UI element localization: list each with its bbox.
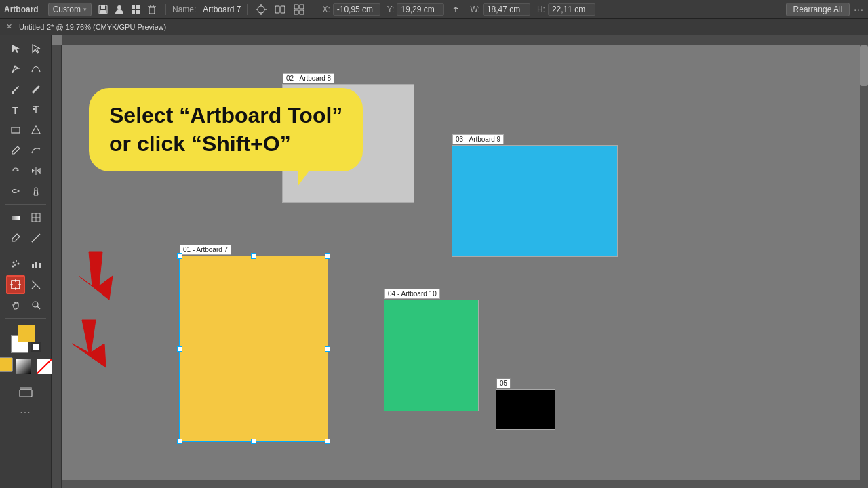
link-icon[interactable]	[448, 3, 463, 16]
left-toolbar: T	[0, 35, 52, 488]
handle-mr[interactable]	[325, 346, 330, 352]
handle-tc[interactable]	[251, 253, 256, 259]
pen-tool[interactable]	[6, 60, 25, 79]
gradient-color-btn[interactable]	[14, 357, 33, 376]
slice-tool[interactable]	[26, 275, 45, 294]
svg-point-31	[35, 188, 37, 190]
svg-point-39	[16, 260, 17, 262]
handle-bc[interactable]	[251, 439, 256, 444]
vertical-scrollbar[interactable]	[860, 45, 868, 488]
libraries-btn[interactable]	[16, 384, 35, 403]
w-label: W:	[470, 5, 479, 14]
svg-point-42	[12, 266, 14, 268]
type-tool[interactable]: T	[6, 100, 25, 119]
svg-point-24	[14, 66, 16, 68]
hand-tool[interactable]	[6, 296, 25, 314]
y-label: Y:	[387, 5, 395, 14]
more-tools-icon[interactable]: ···	[20, 407, 31, 419]
curve-tool[interactable]	[26, 60, 45, 79]
tool-row-7	[6, 161, 45, 180]
gradient-tool[interactable]	[6, 208, 25, 227]
tool-separator-4	[5, 380, 46, 380]
tool-separator-3	[5, 318, 46, 319]
x-label: X:	[322, 5, 330, 14]
artboard-tool[interactable]	[6, 275, 25, 294]
warp-tool[interactable]	[6, 182, 25, 201]
direct-selection-tool[interactable]	[26, 39, 45, 58]
preset-dropdown[interactable]: Custom ▾	[48, 3, 92, 16]
handle-tr[interactable]	[325, 253, 330, 259]
touch-type-tool[interactable]	[26, 100, 45, 119]
grid2-icon[interactable]	[292, 3, 307, 16]
more-options-icon[interactable]: ···	[854, 4, 864, 15]
separator3	[313, 4, 313, 15]
svg-rect-6	[132, 10, 135, 14]
svg-point-41	[14, 264, 16, 266]
selection-tool[interactable]	[6, 39, 25, 58]
tab-close-button[interactable]: ✕	[4, 22, 14, 32]
callout-line2: or click “Shift+O”	[109, 131, 291, 156]
fill-color-btn[interactable]	[0, 357, 13, 372]
rotate-tool[interactable]	[6, 161, 25, 180]
canvas-area: 02 - Artboard 8 03 - Artboard 9 01 - Art…	[52, 35, 868, 488]
mesh-tool[interactable]	[26, 208, 45, 227]
measure-tool[interactable]	[26, 228, 45, 247]
split-icon[interactable]	[273, 3, 288, 16]
tool-row-6	[6, 141, 45, 160]
callout-tooltip: Select “Artboard Tool” or click “Shift+O…	[89, 88, 363, 171]
puppet-warp-tool[interactable]	[26, 182, 45, 201]
rearrange-all-button[interactable]: Rearrange All	[786, 3, 850, 16]
save-icon[interactable]	[96, 3, 111, 16]
rectangle-tool[interactable]	[6, 121, 25, 140]
artboard-7[interactable]: 01 - Artboard 7	[179, 256, 328, 442]
svg-rect-20	[300, 5, 304, 9]
no-color-btn[interactable]	[35, 357, 54, 376]
person-icon[interactable]	[112, 3, 127, 16]
zoom-tool[interactable]	[26, 296, 45, 314]
trash-icon[interactable]	[144, 3, 159, 16]
handle-bl[interactable]	[177, 439, 182, 444]
handle-tl[interactable]	[177, 253, 182, 259]
svg-marker-29	[32, 169, 35, 173]
coord-y: Y: 19,29 cm	[387, 3, 445, 16]
color-swatch-area[interactable]	[5, 325, 46, 353]
svg-rect-43	[32, 264, 34, 268]
tool-separator-1	[5, 204, 46, 205]
tool-row-8	[6, 182, 45, 201]
smooth-tool[interactable]	[26, 141, 45, 160]
grid-icon[interactable]	[128, 3, 143, 16]
tool-row-9	[6, 208, 45, 227]
svg-marker-30	[37, 169, 40, 173]
reflect-tool[interactable]	[26, 161, 45, 180]
artboard-11-label: 05	[496, 378, 511, 388]
tool-row-color	[0, 357, 54, 376]
svg-rect-17	[275, 6, 279, 13]
svg-rect-22	[300, 10, 304, 14]
tool-row-12	[6, 296, 45, 314]
y-value: 19,29 cm	[397, 3, 444, 16]
pencil-tool[interactable]	[6, 141, 25, 160]
coord-h: H: 22,11 cm	[537, 3, 595, 16]
tool-row-1	[6, 39, 45, 58]
foreground-swatch[interactable]	[18, 325, 35, 342]
h-value: 22,11 cm	[548, 3, 595, 16]
column-graph-tool[interactable]	[26, 255, 45, 274]
svg-rect-8	[149, 7, 155, 14]
handle-br[interactable]	[325, 439, 330, 444]
blob-brush-tool[interactable]	[26, 80, 45, 99]
svg-rect-21	[294, 10, 298, 14]
handle-ml[interactable]	[177, 346, 182, 352]
stroke-swatch[interactable]	[31, 342, 41, 352]
horizontal-scrollbar[interactable]	[62, 480, 868, 488]
eyedropper-tool[interactable]	[6, 228, 25, 247]
symbol-sprayer-tool[interactable]	[6, 255, 25, 274]
vertical-scrollbar-thumb[interactable]	[860, 45, 868, 86]
svg-point-51	[33, 302, 38, 307]
brush-tool[interactable]	[6, 80, 25, 99]
tab-bar: ✕ Untitled-2* @ 19,76% (CMYK/GPU Preview…	[0, 19, 868, 35]
rearrange-group: Rearrange All ···	[786, 3, 864, 16]
shape-tool[interactable]	[26, 121, 45, 140]
align-icon[interactable]	[254, 3, 269, 16]
artboard-11: 05	[496, 389, 555, 430]
svg-line-37	[32, 241, 33, 242]
